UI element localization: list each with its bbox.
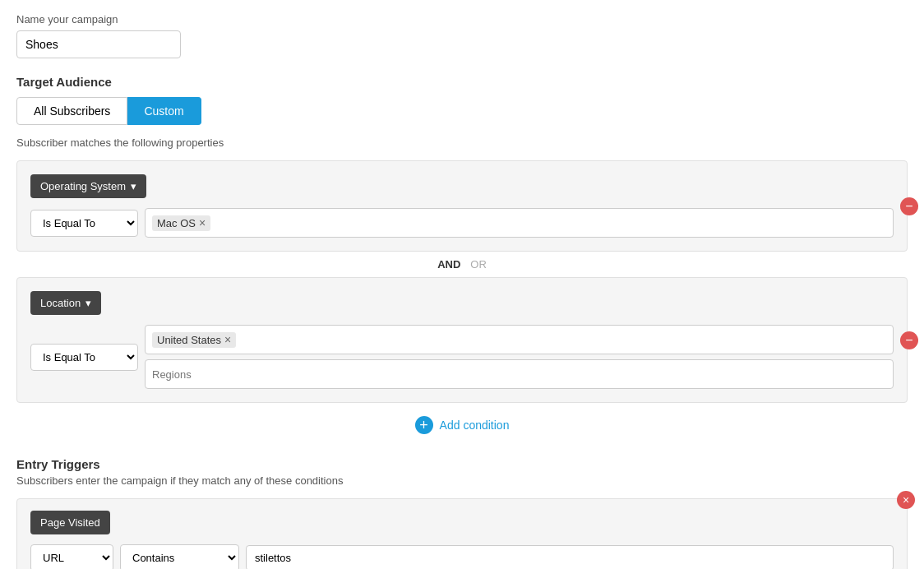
all-subscribers-btn[interactable]: All Subscribers [16,97,127,125]
target-audience-title: Target Audience [16,75,908,89]
condition-row-2: Is Equal To Is Not Equal To United State… [30,325,894,389]
custom-btn[interactable]: Custom [127,97,201,125]
location-dropdown-arrow: ▾ [85,297,91,309]
contains-select[interactable]: Contains Does Not Contain Equals [120,544,239,569]
page-visited-btn[interactable]: Page Visited [30,511,110,534]
and-or-row: AND OR [16,258,908,271]
location-label: Location [40,297,81,309]
trigger-close-btn[interactable]: × [897,491,915,509]
subscriber-description: Subscriber matches the following propert… [16,136,908,149]
remove-condition-1-btn[interactable]: − [900,197,918,215]
campaign-name-label: Name your campaign [16,13,908,25]
conditions-wrapper: Operating System ▾ Is Equal To Is Not Eq… [16,160,908,403]
target-audience-section: Target Audience All Subscribers Custom S… [16,75,908,434]
operating-system-label: Operating System [40,180,126,192]
mac-os-tag: Mac OS × [152,215,210,231]
add-condition-row[interactable]: + Add condition [16,416,908,434]
regions-input[interactable] [152,368,886,381]
united-states-tag-label: United States [157,334,221,346]
condition-group-2: Location ▾ Is Equal To Is Not Equal To U… [16,277,908,403]
or-label[interactable]: OR [470,258,487,271]
audience-toggle: All Subscribers Custom [16,97,908,125]
entry-triggers-desc: Subscribers enter the campaign if they m… [16,474,908,487]
trigger-group: × Page Visited URL Page Title Contains D… [16,498,908,569]
tag-input-area-1[interactable]: Mac OS × [145,208,894,238]
entry-triggers-section: Entry Triggers Subscribers enter the cam… [16,457,908,569]
united-states-tag-remove[interactable]: × [224,334,231,345]
remove-condition-2-btn[interactable]: − [900,331,918,349]
add-condition-label: Add condition [440,419,510,432]
page-visited-label: Page Visited [40,516,100,529]
and-label: AND [437,258,460,271]
tag-input-area-2[interactable]: United States × [145,325,894,354]
trigger-value-input[interactable] [246,545,894,569]
regions-input-area[interactable] [145,359,894,389]
mac-os-tag-label: Mac OS [157,217,196,229]
united-states-tag: United States × [152,332,236,348]
os-dropdown-arrow: ▾ [131,180,136,192]
url-select[interactable]: URL Page Title [30,544,113,569]
is-equal-select-1[interactable]: Is Equal To Is Not Equal To [30,210,138,237]
location-btn[interactable]: Location ▾ [30,291,101,315]
location-inputs: United States × [145,325,894,389]
condition-row-1: Is Equal To Is Not Equal To Mac OS × [30,208,894,238]
operating-system-btn[interactable]: Operating System ▾ [30,174,146,198]
campaign-name-section: Name your campaign [16,13,908,75]
is-equal-select-2[interactable]: Is Equal To Is Not Equal To [30,344,138,371]
entry-triggers-title: Entry Triggers [16,457,908,471]
add-condition-icon: + [415,416,433,434]
campaign-name-input[interactable] [16,30,181,58]
trigger-row: URL Page Title Contains Does Not Contain… [30,544,894,569]
mac-os-tag-remove[interactable]: × [199,217,206,229]
condition-group-1: Operating System ▾ Is Equal To Is Not Eq… [16,160,908,252]
